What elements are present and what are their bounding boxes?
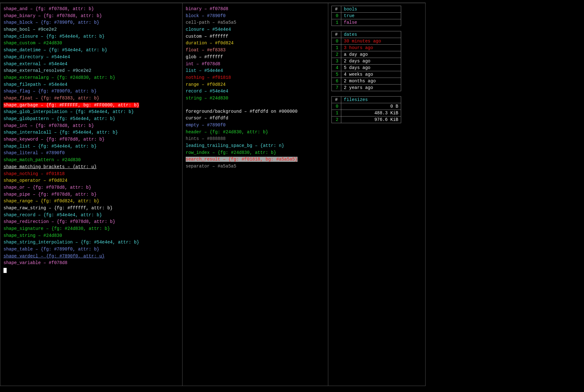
col3: #bools0true1false#dates030 minutes ago13… — [328, 3, 425, 386]
table-header-name: dates — [341, 31, 401, 38]
row-value: 30 minutes ago — [341, 38, 401, 45]
col1-line: shape_externalarg – {fg: #24d830, attr: … — [3, 74, 179, 81]
col1-line: shape_literal – #7890f0 — [3, 150, 179, 157]
col1-line: shape_internalcall – {fg: #54e4e4, attr:… — [3, 129, 179, 136]
main-container: shape_and – {fg: #f078d8, attr: b}shape_… — [0, 3, 426, 386]
col2-line: search_result – {fg: #f01818, bg: #a5a5a… — [186, 156, 325, 163]
col1-line: shape_vardecl – {fg: #7890f0, attr: u} — [3, 253, 179, 260]
row-value: 4 weeks ago — [341, 71, 401, 78]
col1-line: shape_record – {fg: #54e4e4, attr: b} — [3, 212, 179, 219]
table-row: 0true — [332, 13, 401, 19]
col2-line: closure – #54e4e4 — [186, 26, 325, 33]
row-index: 3 — [332, 58, 341, 65]
row-value: 488.3 KiB — [341, 110, 401, 117]
col2-line: custom – #ffffff — [186, 33, 325, 40]
row-value: 3 hours ago — [341, 45, 401, 51]
row-value: 976.6 KiB — [341, 117, 401, 123]
col2-line: int – #f078d8 — [186, 61, 325, 68]
col2: binary – #f078d8block – #7890f0cell-path… — [183, 3, 328, 386]
row-value: 2 months ago — [341, 78, 401, 85]
row-value: 2 years ago — [341, 85, 401, 91]
col2-line: string – #24d830 — [186, 95, 325, 102]
col1-line: shape_block – {fg: #7890f0, attr: b} — [3, 19, 179, 26]
table-row: 2976.6 KiB — [332, 117, 401, 123]
col1-line: shape_redirection – {fg: #f078d8, attr: … — [3, 218, 179, 225]
table-header-hash: # — [332, 31, 341, 38]
row-value: 5 days ago — [341, 65, 401, 71]
row-index: 0 — [332, 103, 341, 110]
data-table: #filesizes00 B1488.3 KiB2976.6 KiB — [331, 96, 401, 123]
table-row: 2a day ago — [332, 51, 401, 58]
table-row: 00 B — [332, 103, 401, 110]
col1-line: shape_nothing – #f01818 — [3, 171, 179, 178]
row-index: 0 — [332, 38, 341, 45]
col2-line: empty – #7890f0 — [186, 122, 325, 129]
col1-line: shape_matching_brackets – {attr: u} — [3, 164, 179, 171]
table-header-name: bools — [341, 6, 401, 13]
col1-line: shape_raw_string – {fg: #ffffff, attr: b… — [3, 205, 179, 212]
col1-line: shape_and – {fg: #f078d8, attr: b} — [3, 6, 179, 13]
col1-line: shape_custom – #24d830 — [3, 40, 179, 47]
col1-line: shape_closure – {fg: #54e4e4, attr: b} — [3, 33, 179, 40]
col1-line: shape_external – #54e4e4 — [3, 61, 179, 68]
col2-line: float – #ef8383 — [186, 47, 325, 54]
col1-line: shape_flag – {fg: #7890f0, attr: b} — [3, 88, 179, 95]
cursor-line — [3, 267, 179, 274]
col2-line: foreground/background – #fdfdfd on #0000… — [186, 108, 325, 115]
row-index: 0 — [332, 13, 341, 19]
col2-line: binary – #f078d8 — [186, 6, 325, 13]
col1-line: shape_match_pattern – #24d830 — [3, 157, 179, 164]
table-header-hash: # — [332, 6, 341, 13]
col2-line: hints – #888888 — [186, 136, 325, 142]
col1: shape_and – {fg: #f078d8, attr: b}shape_… — [0, 3, 183, 386]
table-row: 030 minutes ago — [332, 38, 401, 45]
data-table: #bools0true1false — [331, 6, 401, 26]
table-row: 13 hours ago — [332, 45, 401, 51]
row-index: 2 — [332, 117, 341, 123]
col2-line: range – #f0d824 — [186, 81, 325, 88]
col1-line: shape_range – {fg: #f0d824, attr: b} — [3, 198, 179, 205]
col1-line: shape_glob_interpolation – {fg: #54e4e4,… — [3, 109, 179, 116]
col2-line: header – {fg: #24d830, attr: b} — [186, 129, 325, 136]
row-value: 0 B — [341, 103, 401, 110]
col1-line: shape_int – {fg: #f078d8, attr: b} — [3, 123, 179, 130]
col1-line: shape_garbage – {fg: #FFFFFF, bg: #FF000… — [3, 102, 179, 109]
row-index: 1 — [332, 45, 341, 51]
cursor-block — [3, 268, 7, 273]
col2-line: nothing – #f01818 — [186, 74, 325, 81]
col2-line: cursor – #fdfdfd — [186, 115, 325, 122]
col1-line: shape_directory – #54e4e4 — [3, 54, 179, 61]
row-value: a day ago — [341, 51, 401, 58]
table-header-name: filesizes — [341, 97, 401, 103]
table-row: 1false — [332, 19, 401, 26]
col1-line: shape_or – {fg: #f078d8, attr: b} — [3, 184, 179, 191]
col1-line: shape_float – {fg: #ef8383, attr: b} — [3, 95, 179, 102]
col1-line: shape_filepath – #54e4e4 — [3, 81, 179, 88]
col1-line: shape_signature – {fg: #24d830, attr: b} — [3, 225, 179, 232]
row-index: 6 — [332, 78, 341, 85]
col1-line: shape_external_resolved – #9ce2e2 — [3, 67, 179, 74]
col1-line: shape_keyword – {fg: #f078d8, attr: b} — [3, 136, 179, 143]
col2-line: list – #54e4e4 — [186, 67, 325, 74]
data-table: #dates030 minutes ago13 hours ago2a day … — [331, 31, 401, 91]
col2-line: cell-path – #a5a5a5 — [186, 19, 325, 26]
row-value: 2 days ago — [341, 58, 401, 65]
col1-line: shape_variable – #f078d8 — [3, 260, 179, 267]
row-index: 7 — [332, 85, 341, 91]
col1-line: shape_pipe – {fg: #f078d8, attr: b} — [3, 191, 179, 198]
table-row: 72 years ago — [332, 85, 401, 91]
row-index: 4 — [332, 65, 341, 71]
col1-line: shape_string – #24d830 — [3, 232, 179, 239]
theme-bar — [0, 0, 426, 3]
table-row: 1488.3 KiB — [332, 110, 401, 117]
col2-line: record – #54e4e4 — [186, 88, 325, 95]
table-row: 45 days ago — [332, 65, 401, 71]
table-row: 62 months ago — [332, 78, 401, 85]
col2-line: leading_trailing_space_bg – {attr: n} — [186, 142, 325, 149]
col1-line: shape_bool – #9ce2e2 — [3, 26, 179, 33]
col1-line: shape_string_interpolation – {fg: #54e4e… — [3, 239, 179, 246]
row-index: 1 — [332, 19, 341, 26]
col1-line: shape_datetime – {fg: #54e4e4, attr: b} — [3, 47, 179, 54]
table-row: 32 days ago — [332, 58, 401, 65]
col2-line: block – #7890f0 — [186, 13, 325, 20]
